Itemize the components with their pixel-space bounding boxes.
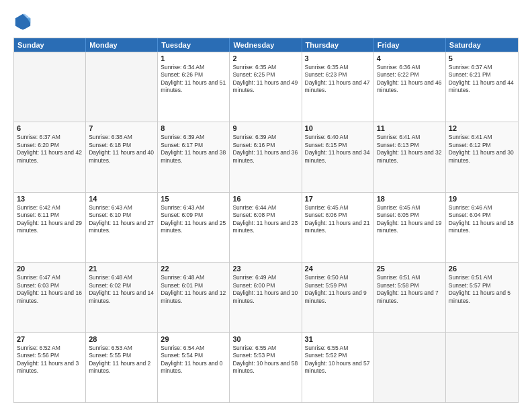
cell-info: Sunrise: 6:51 AM Sunset: 5:58 PM Dayligh… [377,274,443,305]
day-number: 12 [449,124,515,132]
cell-info: Sunrise: 6:43 AM Sunset: 6:10 PM Dayligh… [89,204,154,235]
table-row: 3Sunrise: 6:35 AM Sunset: 6:23 PM Daylig… [302,52,374,122]
table-row: 18Sunrise: 6:45 AM Sunset: 6:05 PM Dayli… [374,193,446,262]
table-row: 20Sunrise: 6:47 AM Sunset: 6:03 PM Dayli… [14,263,86,332]
cell-info: Sunrise: 6:44 AM Sunset: 6:08 PM Dayligh… [232,204,298,235]
day-number: 13 [17,195,83,203]
cell-info: Sunrise: 6:35 AM Sunset: 6:25 PM Dayligh… [232,64,298,95]
day-number: 25 [377,265,443,273]
day-number: 4 [377,54,443,62]
cell-info: Sunrise: 6:55 AM Sunset: 5:52 PM Dayligh… [305,345,371,375]
table-row: 29Sunrise: 6:54 AM Sunset: 5:54 PM Dayli… [158,333,230,402]
day-number: 23 [232,265,298,273]
day-number: 15 [161,195,226,203]
cell-info: Sunrise: 6:52 AM Sunset: 5:56 PM Dayligh… [17,345,83,375]
day-number: 21 [89,265,154,273]
calendar-header-cell: Sunday [14,38,86,52]
day-number: 29 [161,335,226,343]
calendar-week-row: 1Sunrise: 6:34 AM Sunset: 6:26 PM Daylig… [14,52,518,122]
table-row: 23Sunrise: 6:49 AM Sunset: 6:00 PM Dayli… [230,263,302,332]
cell-info: Sunrise: 6:51 AM Sunset: 5:57 PM Dayligh… [449,274,515,305]
cell-info: Sunrise: 6:48 AM Sunset: 6:01 PM Dayligh… [161,274,226,305]
day-number: 24 [305,265,371,273]
table-row: 31Sunrise: 6:55 AM Sunset: 5:52 PM Dayli… [302,333,374,402]
calendar-header-cell: Tuesday [158,38,230,52]
day-number: 31 [305,335,371,343]
day-number: 17 [305,195,371,203]
cell-info: Sunrise: 6:37 AM Sunset: 6:20 PM Dayligh… [17,134,83,165]
day-number: 10 [305,124,371,132]
table-row: 15Sunrise: 6:43 AM Sunset: 6:09 PM Dayli… [158,193,230,262]
table-row: 1Sunrise: 6:34 AM Sunset: 6:26 PM Daylig… [158,52,230,122]
table-row: 2Sunrise: 6:35 AM Sunset: 6:25 PM Daylig… [230,52,302,122]
table-row: 12Sunrise: 6:41 AM Sunset: 6:12 PM Dayli… [446,122,518,191]
table-row: 10Sunrise: 6:40 AM Sunset: 6:15 PM Dayli… [302,122,374,191]
logo-icon [13,12,32,31]
table-row: 6Sunrise: 6:37 AM Sunset: 6:20 PM Daylig… [14,122,86,191]
calendar-week-row: 20Sunrise: 6:47 AM Sunset: 6:03 PM Dayli… [14,262,518,332]
day-number: 18 [377,195,443,203]
day-number: 28 [89,335,154,343]
cell-info: Sunrise: 6:50 AM Sunset: 5:59 PM Dayligh… [305,274,371,305]
cell-info: Sunrise: 6:42 AM Sunset: 6:11 PM Dayligh… [17,204,83,235]
calendar-header-cell: Thursday [302,38,374,52]
cell-info: Sunrise: 6:41 AM Sunset: 6:12 PM Dayligh… [449,134,515,165]
cell-info: Sunrise: 6:45 AM Sunset: 6:05 PM Dayligh… [377,204,443,235]
calendar-header-cell: Saturday [446,38,518,52]
cell-info: Sunrise: 6:43 AM Sunset: 6:09 PM Dayligh… [161,204,226,235]
day-number: 8 [161,124,226,132]
day-number: 6 [17,124,83,132]
day-number: 30 [232,335,298,343]
table-row: 4Sunrise: 6:36 AM Sunset: 6:22 PM Daylig… [374,52,446,122]
svg-marker-0 [15,14,30,30]
day-number: 16 [232,195,298,203]
cell-info: Sunrise: 6:48 AM Sunset: 6:02 PM Dayligh… [89,274,154,305]
day-number: 1 [161,54,226,62]
table-row: 25Sunrise: 6:51 AM Sunset: 5:58 PM Dayli… [374,263,446,332]
cell-info: Sunrise: 6:49 AM Sunset: 6:00 PM Dayligh… [232,274,298,305]
calendar-week-row: 27Sunrise: 6:52 AM Sunset: 5:56 PM Dayli… [14,332,518,402]
cell-info: Sunrise: 6:35 AM Sunset: 6:23 PM Dayligh… [305,64,371,95]
table-row: 16Sunrise: 6:44 AM Sunset: 6:08 PM Dayli… [230,193,302,262]
cell-info: Sunrise: 6:39 AM Sunset: 6:16 PM Dayligh… [232,134,298,165]
calendar-header-cell: Monday [86,38,158,52]
calendar-page: SundayMondayTuesdayWednesdayThursdayFrid… [0,0,532,411]
day-number: 22 [161,265,226,273]
cell-info: Sunrise: 6:46 AM Sunset: 6:04 PM Dayligh… [449,204,515,235]
table-row: 8Sunrise: 6:39 AM Sunset: 6:17 PM Daylig… [158,122,230,191]
cell-info: Sunrise: 6:37 AM Sunset: 6:21 PM Dayligh… [449,64,515,95]
cell-info: Sunrise: 6:41 AM Sunset: 6:13 PM Dayligh… [377,134,443,165]
table-row: 5Sunrise: 6:37 AM Sunset: 6:21 PM Daylig… [446,52,518,122]
cell-info: Sunrise: 6:54 AM Sunset: 5:54 PM Dayligh… [161,345,226,375]
table-row: 30Sunrise: 6:55 AM Sunset: 5:53 PM Dayli… [230,333,302,402]
table-row: 27Sunrise: 6:52 AM Sunset: 5:56 PM Dayli… [14,333,86,402]
cell-info: Sunrise: 6:53 AM Sunset: 5:55 PM Dayligh… [89,345,154,375]
table-row: 7Sunrise: 6:38 AM Sunset: 6:18 PM Daylig… [86,122,158,191]
table-row: 13Sunrise: 6:42 AM Sunset: 6:11 PM Dayli… [14,193,86,262]
day-number: 2 [232,54,298,62]
cell-info: Sunrise: 6:47 AM Sunset: 6:03 PM Dayligh… [17,274,83,305]
day-number: 20 [17,265,83,273]
calendar-header-cell: Wednesday [230,38,302,52]
cell-info: Sunrise: 6:45 AM Sunset: 6:06 PM Dayligh… [305,204,371,235]
calendar-body: 1Sunrise: 6:34 AM Sunset: 6:26 PM Daylig… [14,52,518,402]
cell-info: Sunrise: 6:34 AM Sunset: 6:26 PM Dayligh… [161,64,226,95]
table-row: 21Sunrise: 6:48 AM Sunset: 6:02 PM Dayli… [86,263,158,332]
calendar-week-row: 13Sunrise: 6:42 AM Sunset: 6:11 PM Dayli… [14,192,518,262]
table-row: 24Sunrise: 6:50 AM Sunset: 5:59 PM Dayli… [302,263,374,332]
day-number: 26 [449,265,515,273]
day-number: 27 [17,335,83,343]
table-row [86,52,158,122]
table-row: 28Sunrise: 6:53 AM Sunset: 5:55 PM Dayli… [86,333,158,402]
table-row [374,333,446,402]
calendar-header-row: SundayMondayTuesdayWednesdayThursdayFrid… [14,38,518,52]
table-row: 26Sunrise: 6:51 AM Sunset: 5:57 PM Dayli… [446,263,518,332]
cell-info: Sunrise: 6:36 AM Sunset: 6:22 PM Dayligh… [377,64,443,95]
day-number: 11 [377,124,443,132]
calendar: SundayMondayTuesdayWednesdayThursdayFrid… [13,38,519,403]
day-number: 14 [89,195,154,203]
calendar-week-row: 6Sunrise: 6:37 AM Sunset: 6:20 PM Daylig… [14,122,518,191]
cell-info: Sunrise: 6:39 AM Sunset: 6:17 PM Dayligh… [161,134,226,165]
day-number: 9 [232,124,298,132]
day-number: 5 [449,54,515,62]
